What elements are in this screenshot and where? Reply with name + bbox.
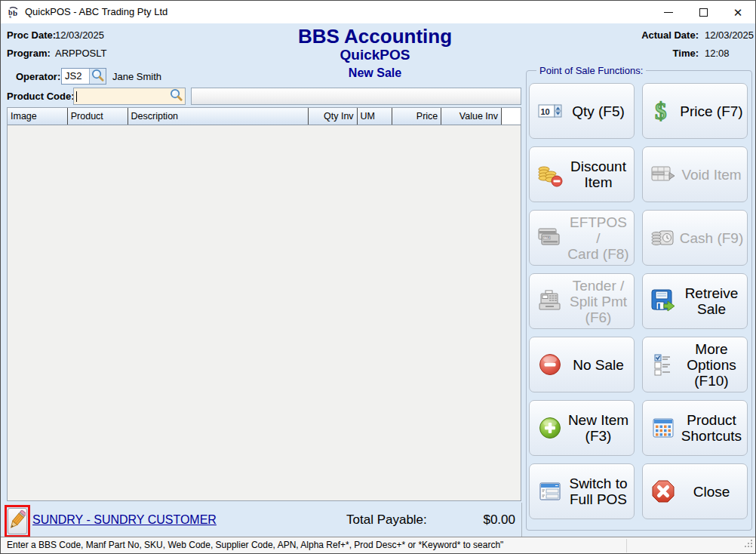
time-value: 12:08	[705, 48, 730, 59]
status-panel-divider	[626, 539, 627, 552]
column-header-price: Price	[392, 108, 441, 125]
search-icon	[91, 68, 105, 85]
eftpos-card-button[interactable]: VISAEFTPOS / Card (F8)	[529, 210, 635, 266]
discount-coins-icon	[534, 161, 566, 188]
pos-button-label: More Options (F10)	[679, 341, 747, 389]
column-header-product: Product	[68, 108, 128, 125]
plus-circle-icon	[534, 414, 566, 442]
column-header-image: Image	[8, 108, 68, 125]
price-button[interactable]: $Price (F7)	[642, 83, 748, 139]
column-header-qty-inv: Qty Inv	[309, 108, 358, 125]
proc-date-value: 12/03/2025	[55, 29, 104, 41]
column-header-spacer	[502, 108, 521, 125]
pos-button-label: Price (F7)	[679, 103, 747, 119]
search-icon	[169, 88, 183, 105]
pos-button-label: New Item (F3)	[566, 412, 634, 444]
retrieve-sale-button[interactable]: Retreive Sale	[642, 273, 748, 329]
grid-header-row: ImageProductDescriptionQty InvUMPriceVal…	[8, 108, 521, 125]
close-octagon-icon	[647, 478, 679, 505]
minimize-icon	[664, 12, 673, 13]
page-heading: BBS Accounting QuickPOS New Sale	[189, 26, 561, 83]
time-label: Time:	[622, 48, 699, 59]
status-message: Enter a BBS Code, Manf Part No, SKU, Web…	[7, 540, 503, 550]
proc-date-label: Proc Date:	[7, 29, 56, 41]
mode-title: New Sale	[189, 63, 561, 83]
operator-search-button[interactable]	[89, 69, 106, 84]
column-header-value-inv: Value Inv	[441, 108, 502, 125]
actual-date-label: Actual Date:	[622, 29, 699, 41]
app-title: QuickPOS	[189, 47, 561, 63]
program-label: Program:	[7, 48, 51, 59]
maximize-button[interactable]	[686, 1, 721, 23]
pos-button-label: Cash (F9)	[679, 230, 747, 246]
floppy-disk-icon	[647, 287, 679, 315]
window-title: QuickPOS - ABC Trading Pty Ltd	[25, 1, 167, 23]
quantity-spinner-icon: 10	[534, 98, 566, 124]
svg-text:10: 10	[541, 107, 550, 116]
pos-button-label: Discount Item	[566, 159, 634, 190]
svg-text:$: $	[655, 98, 667, 124]
qty-button[interactable]: 10Qty (F5)	[529, 83, 635, 139]
void-grid-icon	[647, 161, 679, 188]
no-sale-icon	[534, 351, 566, 378]
shortcuts-grid-icon	[647, 414, 679, 442]
pos-button-label: Close	[679, 484, 747, 500]
operator-name: Jane Smith	[112, 71, 161, 82]
annotation-highlight-box	[5, 505, 30, 537]
operator-field: JS2	[61, 68, 106, 85]
operator-input[interactable]: JS2	[62, 69, 89, 84]
text-caret	[76, 91, 77, 102]
cash-coins-icon	[647, 224, 679, 251]
product-code-label: Product Code:	[7, 91, 75, 102]
footer-divider	[521, 503, 522, 537]
column-header-description: Description	[128, 108, 309, 125]
actual-date-value: 12/03/2025	[705, 29, 754, 41]
product-code-input[interactable]	[73, 88, 186, 105]
svg-text:VISA: VISA	[544, 236, 550, 239]
more-options-button[interactable]: More Options (F10)	[642, 337, 748, 392]
total-payable-label: Total Payable:	[346, 512, 427, 528]
close-button-pos[interactable]: Close	[642, 463, 748, 519]
maximize-icon	[699, 8, 708, 17]
discount-item-button[interactable]: Discount Item	[529, 146, 635, 202]
credit-cards-icon: VISA	[534, 224, 566, 251]
total-payable-value: $0.00	[423, 512, 515, 528]
void-item-button[interactable]: Void Item	[642, 146, 748, 202]
close-button[interactable]: ✕	[721, 1, 755, 23]
svg-text:s: s	[9, 14, 11, 18]
status-bar: Enter a BBS Code, Manf Part No, SKU, Web…	[1, 537, 755, 553]
window-controls: ✕	[651, 1, 755, 23]
pos-button-label: EFTPOS / Card (F8)	[566, 214, 634, 262]
operator-label: Operator:	[16, 71, 60, 82]
program-value: ARPPOSLT	[55, 48, 106, 59]
product-description-field	[191, 88, 521, 105]
column-header-um: UM	[358, 108, 393, 125]
new-item-button[interactable]: New Item (F3)	[529, 400, 635, 456]
pos-button-label: Void Item	[679, 167, 747, 183]
checklist-icon	[647, 351, 679, 378]
window-icon	[534, 478, 566, 505]
pos-button-label: Retreive Sale	[679, 285, 747, 317]
dollar-icon: $	[647, 98, 679, 124]
customer-link[interactable]: SUNDRY - SUNDRY CUSTOMER	[32, 513, 217, 527]
tender-split-button[interactable]: Tender / Split Pmt (F6)	[529, 273, 635, 329]
company-title: BBS Accounting	[189, 26, 561, 47]
title-bar[interactable]: bsb QuickPOS - ABC Trading Pty Ltd ✕	[1, 1, 755, 23]
svg-text:b: b	[13, 8, 17, 17]
product-search-button[interactable]	[169, 88, 183, 105]
resize-grip-icon[interactable]	[744, 538, 754, 552]
minimize-button[interactable]	[651, 1, 686, 23]
grid-body	[8, 125, 521, 501]
pos-buttons-grid: 10Qty (F5)$Price (F7)Discount ItemVoid I…	[529, 83, 749, 519]
product-shortcuts-button[interactable]: Product Shortcuts	[642, 400, 748, 456]
pos-button-label: No Sale	[566, 357, 634, 373]
cash-button[interactable]: Cash (F9)	[642, 210, 748, 266]
quickpos-window: bsb QuickPOS - ABC Trading Pty Ltd ✕ Pro…	[0, 0, 756, 554]
cash-register-icon	[534, 288, 566, 315]
pos-button-label: Product Shortcuts	[679, 412, 747, 444]
pos-button-label: Switch to Full POS	[566, 476, 634, 507]
switch-full-pos-button[interactable]: Switch to Full POS	[529, 463, 635, 519]
close-icon: ✕	[733, 7, 743, 18]
pos-button-label: Qty (F5)	[566, 103, 634, 119]
no-sale-button[interactable]: No Sale	[529, 337, 635, 392]
